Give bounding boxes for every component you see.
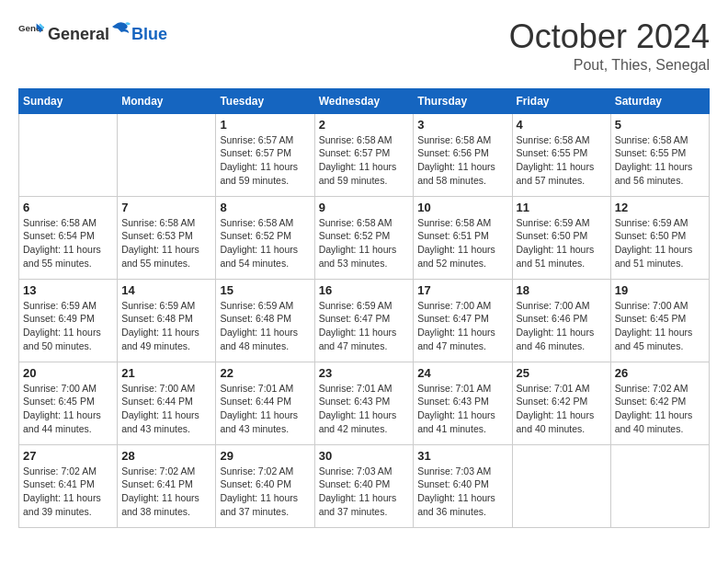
week-row-5: 27Sunrise: 7:02 AMSunset: 6:41 PMDayligh… [19,444,710,527]
calendar-cell: 25Sunrise: 7:01 AMSunset: 6:42 PMDayligh… [512,362,610,444]
day-info: Sunrise: 7:02 AMSunset: 6:41 PMDaylight:… [23,465,113,519]
day-number: 4 [517,118,607,132]
day-number: 26 [615,366,705,380]
col-header-thursday: Thursday [414,88,512,113]
day-info: Sunrise: 6:58 AMSunset: 6:54 PMDaylight:… [23,216,113,270]
calendar-cell: 26Sunrise: 7:02 AMSunset: 6:42 PMDayligh… [610,362,709,444]
day-number: 19 [615,283,705,297]
calendar-cell: 29Sunrise: 7:02 AMSunset: 6:40 PMDayligh… [216,444,314,527]
week-row-2: 6Sunrise: 6:58 AMSunset: 6:54 PMDaylight… [19,196,710,279]
calendar-cell: 17Sunrise: 7:00 AMSunset: 6:47 PMDayligh… [414,279,512,362]
week-row-1: 1Sunrise: 6:57 AMSunset: 6:57 PMDaylight… [19,113,710,196]
day-number: 25 [517,366,607,380]
logo-bird-icon [110,19,131,40]
col-header-wednesday: Wednesday [314,88,414,113]
calendar-cell: 24Sunrise: 7:01 AMSunset: 6:43 PMDayligh… [414,362,512,444]
calendar-cell: 28Sunrise: 7:02 AMSunset: 6:41 PMDayligh… [118,444,216,527]
col-header-sunday: Sunday [19,88,118,113]
logo: General General Blue [18,18,167,44]
calendar-cell [19,113,118,196]
calendar-cell: 21Sunrise: 7:00 AMSunset: 6:44 PMDayligh… [118,362,216,444]
location-title: Pout, Thies, Senegal [509,57,710,74]
day-info: Sunrise: 6:58 AMSunset: 6:55 PMDaylight:… [615,133,705,188]
day-info: Sunrise: 6:59 AMSunset: 6:48 PMDaylight:… [220,299,310,353]
day-number: 1 [220,118,310,132]
day-number: 18 [517,283,607,297]
calendar-cell: 13Sunrise: 6:59 AMSunset: 6:49 PMDayligh… [19,279,118,362]
day-info: Sunrise: 6:59 AMSunset: 6:47 PMDaylight:… [319,299,410,353]
day-number: 10 [417,201,507,214]
calendar-cell: 11Sunrise: 6:59 AMSunset: 6:50 PMDayligh… [512,196,610,279]
col-header-friday: Friday [512,88,610,113]
day-info: Sunrise: 7:00 AMSunset: 6:44 PMDaylight:… [121,382,211,436]
calendar-cell: 9Sunrise: 6:58 AMSunset: 6:52 PMDaylight… [314,196,414,279]
day-info: Sunrise: 6:57 AMSunset: 6:57 PMDaylight:… [220,133,310,188]
calendar-cell: 20Sunrise: 7:00 AMSunset: 6:45 PMDayligh… [19,362,118,444]
calendar-cell: 4Sunrise: 6:58 AMSunset: 6:55 PMDaylight… [512,113,610,196]
day-number: 29 [220,449,310,463]
day-info: Sunrise: 7:03 AMSunset: 6:40 PMDaylight:… [319,465,410,519]
day-number: 31 [417,449,507,463]
week-row-4: 20Sunrise: 7:00 AMSunset: 6:45 PMDayligh… [19,362,710,444]
day-info: Sunrise: 7:02 AMSunset: 6:42 PMDaylight:… [615,382,705,436]
day-info: Sunrise: 7:00 AMSunset: 6:45 PMDaylight:… [23,382,113,436]
calendar-cell [512,444,610,527]
calendar-cell: 3Sunrise: 6:58 AMSunset: 6:56 PMDaylight… [414,113,512,196]
day-number: 3 [417,118,507,132]
day-number: 11 [517,201,607,214]
day-number: 27 [23,449,113,463]
day-number: 22 [220,366,310,380]
day-number: 2 [319,118,410,132]
day-info: Sunrise: 6:58 AMSunset: 6:52 PMDaylight:… [220,216,310,270]
calendar-cell: 30Sunrise: 7:03 AMSunset: 6:40 PMDayligh… [314,444,414,527]
day-info: Sunrise: 7:03 AMSunset: 6:40 PMDaylight:… [417,465,507,519]
day-info: Sunrise: 6:58 AMSunset: 6:55 PMDaylight:… [517,133,607,188]
page-header: General General Blue October 2024 Pout, … [18,18,710,74]
day-number: 21 [121,366,211,380]
day-info: Sunrise: 6:59 AMSunset: 6:48 PMDaylight:… [121,299,211,353]
calendar-cell: 18Sunrise: 7:00 AMSunset: 6:46 PMDayligh… [512,279,610,362]
day-number: 12 [615,201,705,214]
day-info: Sunrise: 7:00 AMSunset: 6:46 PMDaylight:… [517,299,607,353]
day-info: Sunrise: 6:59 AMSunset: 6:50 PMDaylight:… [517,216,607,270]
day-info: Sunrise: 6:59 AMSunset: 6:49 PMDaylight:… [23,299,113,353]
logo-general: General [48,25,109,44]
calendar-table: SundayMondayTuesdayWednesdayThursdayFrid… [18,88,710,528]
week-row-3: 13Sunrise: 6:59 AMSunset: 6:49 PMDayligh… [19,279,710,362]
calendar-cell [118,113,216,196]
calendar-cell: 5Sunrise: 6:58 AMSunset: 6:55 PMDaylight… [610,113,709,196]
header-row: SundayMondayTuesdayWednesdayThursdayFrid… [19,88,710,113]
col-header-monday: Monday [118,88,216,113]
day-number: 7 [121,201,211,214]
calendar-cell: 22Sunrise: 7:01 AMSunset: 6:44 PMDayligh… [216,362,314,444]
day-number: 24 [417,366,507,380]
day-number: 30 [319,449,410,463]
day-number: 9 [319,201,410,214]
day-info: Sunrise: 7:02 AMSunset: 6:40 PMDaylight:… [220,465,310,519]
day-info: Sunrise: 6:59 AMSunset: 6:50 PMDaylight:… [615,216,705,270]
calendar-cell: 14Sunrise: 6:59 AMSunset: 6:48 PMDayligh… [118,279,216,362]
day-info: Sunrise: 7:02 AMSunset: 6:41 PMDaylight:… [121,465,211,519]
day-info: Sunrise: 6:58 AMSunset: 6:52 PMDaylight:… [319,216,410,270]
day-info: Sunrise: 6:58 AMSunset: 6:57 PMDaylight:… [319,133,410,188]
col-header-tuesday: Tuesday [216,88,314,113]
title-block: October 2024 Pout, Thies, Senegal [509,18,710,74]
day-info: Sunrise: 7:01 AMSunset: 6:43 PMDaylight:… [319,382,410,436]
day-info: Sunrise: 7:01 AMSunset: 6:43 PMDaylight:… [417,382,507,436]
day-number: 17 [417,283,507,297]
calendar-cell: 27Sunrise: 7:02 AMSunset: 6:41 PMDayligh… [19,444,118,527]
day-number: 15 [220,283,310,297]
calendar-cell: 1Sunrise: 6:57 AMSunset: 6:57 PMDaylight… [216,113,314,196]
calendar-cell: 15Sunrise: 6:59 AMSunset: 6:48 PMDayligh… [216,279,314,362]
day-info: Sunrise: 7:01 AMSunset: 6:42 PMDaylight:… [517,382,607,436]
day-info: Sunrise: 6:58 AMSunset: 6:51 PMDaylight:… [417,216,507,270]
calendar-cell: 19Sunrise: 7:00 AMSunset: 6:45 PMDayligh… [610,279,709,362]
col-header-saturday: Saturday [610,88,709,113]
calendar-cell: 6Sunrise: 6:58 AMSunset: 6:54 PMDaylight… [19,196,118,279]
calendar-cell: 12Sunrise: 6:59 AMSunset: 6:50 PMDayligh… [610,196,709,279]
day-number: 5 [615,118,705,132]
day-info: Sunrise: 6:58 AMSunset: 6:56 PMDaylight:… [417,133,507,188]
day-number: 14 [121,283,211,297]
calendar-cell: 8Sunrise: 6:58 AMSunset: 6:52 PMDaylight… [216,196,314,279]
day-number: 8 [220,201,310,214]
